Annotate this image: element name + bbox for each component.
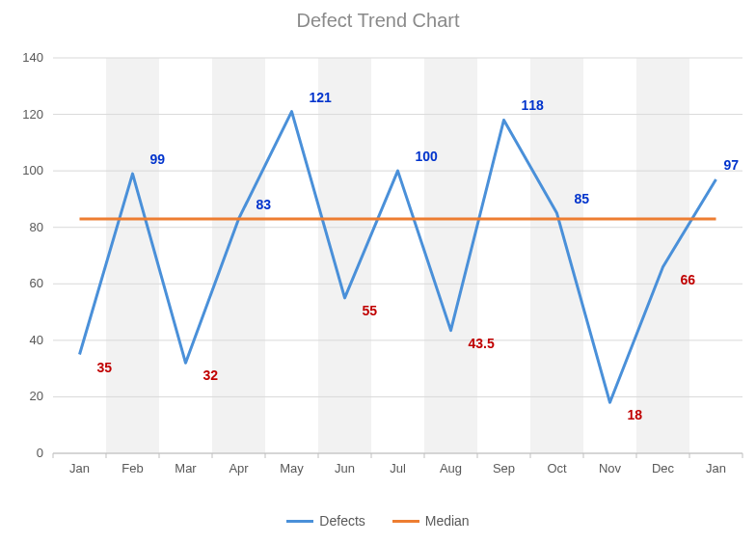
svg-text:Oct: Oct xyxy=(547,461,567,475)
svg-text:43.5: 43.5 xyxy=(469,336,495,351)
svg-text:Feb: Feb xyxy=(122,461,143,475)
legend-item-median: Median xyxy=(392,513,470,529)
svg-text:100: 100 xyxy=(416,149,439,164)
svg-text:118: 118 xyxy=(522,97,545,113)
svg-text:Aug: Aug xyxy=(440,461,462,475)
svg-text:100: 100 xyxy=(22,163,43,177)
svg-text:80: 80 xyxy=(30,220,43,234)
svg-text:Jun: Jun xyxy=(335,461,355,475)
chart-plot: 020406080100120140JanFebMarAprMayJunJulA… xyxy=(0,0,756,543)
legend-swatch-defects xyxy=(286,520,313,523)
svg-text:40: 40 xyxy=(30,333,43,347)
svg-text:66: 66 xyxy=(681,272,696,287)
legend-swatch-median xyxy=(392,520,419,523)
svg-text:60: 60 xyxy=(30,276,43,290)
svg-text:32: 32 xyxy=(203,367,219,383)
legend-label-defects: Defects xyxy=(319,513,364,529)
legend-item-defects: Defects xyxy=(286,513,364,529)
svg-rect-4 xyxy=(530,58,583,453)
svg-text:Jul: Jul xyxy=(390,461,406,475)
svg-rect-1 xyxy=(212,58,265,453)
legend-label-median: Median xyxy=(425,513,470,529)
svg-text:Mar: Mar xyxy=(175,461,197,475)
svg-text:99: 99 xyxy=(150,151,166,167)
svg-text:May: May xyxy=(280,461,304,475)
svg-text:Dec: Dec xyxy=(652,461,675,475)
svg-text:83: 83 xyxy=(256,197,272,212)
svg-text:20: 20 xyxy=(30,389,43,403)
chart-legend: Defects Median xyxy=(0,510,756,529)
svg-text:55: 55 xyxy=(363,303,378,318)
svg-text:35: 35 xyxy=(97,360,113,375)
svg-text:Sep: Sep xyxy=(493,461,515,475)
svg-text:140: 140 xyxy=(22,50,43,65)
svg-text:Jan: Jan xyxy=(706,461,726,475)
svg-text:85: 85 xyxy=(575,191,590,206)
svg-text:121: 121 xyxy=(310,90,333,105)
svg-text:18: 18 xyxy=(628,407,643,422)
svg-rect-0 xyxy=(106,58,159,453)
svg-text:Jan: Jan xyxy=(69,461,90,475)
svg-text:Apr: Apr xyxy=(229,461,249,475)
svg-text:Nov: Nov xyxy=(599,461,622,475)
svg-text:120: 120 xyxy=(22,107,43,122)
svg-text:97: 97 xyxy=(724,157,740,173)
svg-rect-5 xyxy=(636,58,689,453)
svg-text:0: 0 xyxy=(37,446,43,460)
